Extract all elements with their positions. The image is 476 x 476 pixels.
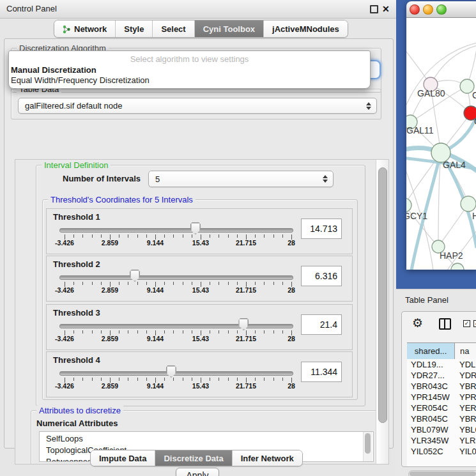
tab-network[interactable]: Network [54, 20, 116, 37]
slider-tick [210, 378, 210, 381]
control-panel-titlebar: Control Panel ✕ [0, 0, 396, 19]
slider-tick [137, 330, 138, 334]
apply-button[interactable]: Apply [176, 468, 219, 476]
algorithm-option-2[interactable]: Equal Width/Frequency Discretization [11, 75, 150, 85]
threshold-value-field[interactable] [301, 219, 342, 239]
tab-label: Impute Data [99, 454, 146, 463]
slider-tick [183, 282, 183, 285]
settings-scrollbar-thumb[interactable] [378, 167, 387, 423]
tab-select[interactable]: Select [153, 20, 194, 37]
node-label: GAL11 [406, 125, 434, 135]
numerical-attributes-label: Numerical Attributes [36, 418, 118, 428]
network-canvas[interactable]: GAL80GACGAL11GAL4GCY1HHAP2 [406, 18, 476, 270]
table-row[interactable]: YDL19...YDL1 [407, 359, 476, 370]
algorithm-popup-hint: Select algorithm to view settings [9, 54, 370, 64]
attributes-scrollbar[interactable] [363, 432, 372, 461]
network-view-window[interactable]: GAL80GACGAL11GAL4GCY1HHAP2 [406, 1, 476, 270]
gear-icon[interactable]: ⚙ [412, 316, 423, 330]
slider-track[interactable] [59, 371, 293, 376]
table-row[interactable]: YBL079WYBL0 [407, 424, 476, 435]
slider-tick [219, 330, 219, 334]
table-row[interactable]: YDR27...YDR2 [407, 370, 476, 381]
close-traffic-light-icon[interactable] [410, 4, 420, 15]
slider-tick [92, 378, 93, 381]
tab-label: Infer Network [241, 454, 294, 463]
network-window-titlebar [406, 1, 476, 18]
network-icon [63, 25, 71, 33]
tab-style[interactable]: Style [116, 20, 153, 37]
slider-thumb[interactable] [166, 365, 176, 378]
tab-impute-data[interactable]: Impute Data [91, 450, 155, 466]
settings-scrollbar[interactable] [376, 160, 388, 464]
threshold-label: Threshold 2 [53, 259, 100, 269]
threshold-value-field[interactable] [301, 266, 342, 286]
slider-tick [146, 378, 147, 381]
slider-tick [82, 282, 83, 285]
checkbox-icon[interactable]: ✓ [463, 320, 470, 327]
slider-thumb[interactable] [190, 222, 201, 234]
column-header-shared[interactable]: shared... [407, 343, 455, 359]
close-icon[interactable]: ✕ [382, 4, 390, 14]
column-header-name[interactable]: na [455, 343, 476, 359]
table-row[interactable]: YPR145WYPR1 [407, 392, 476, 403]
threshold-value-field[interactable] [301, 314, 342, 335]
cell-name: YER0 [459, 403, 476, 413]
node-label: HAP2 [440, 250, 463, 261]
node-label: GCY1 [406, 211, 427, 221]
table-row[interactable]: YBR043CYBR0 [407, 381, 476, 392]
slider-tick-label: 28 [275, 286, 307, 294]
cell-shared-name: YDR27... [411, 370, 445, 381]
slider-thumb[interactable] [130, 270, 140, 282]
tab-infer-network[interactable]: Infer Network [233, 450, 302, 466]
table-rows: YDL19...YDL1YDR27...YDR2YBR043CYBR0YPR14… [407, 359, 476, 466]
attribute-item[interactable]: SelfLoops [46, 433, 83, 445]
slider-tick-label: 15.43 [185, 382, 217, 390]
slider-tick [73, 330, 74, 334]
table-horizontal-scrollbar[interactable] [408, 470, 476, 476]
cell-shared-name: YLR345W [411, 435, 449, 446]
slider-track[interactable] [59, 228, 293, 233]
slider-tick [237, 282, 238, 285]
tab-cyni-toolbox[interactable]: Cyni Toolbox [195, 20, 264, 37]
table-row[interactable]: YER054CYER0 [407, 403, 476, 413]
table-row[interactable]: YBR045CYBR0 [407, 413, 476, 424]
tab-label: Discretize Data [164, 454, 223, 463]
number-of-intervals-combo[interactable]: 5 [148, 171, 334, 187]
table-data-combo-value: galFiltered.sif default node [25, 101, 122, 111]
tab-discretize-data[interactable]: Discretize Data [155, 450, 232, 466]
slider-tick [237, 378, 238, 381]
table-data-combo[interactable]: galFiltered.sif default node [18, 98, 377, 114]
threshold-panel-2: Threshold 2-3.4262.8599.14415.4321.71528 [46, 256, 353, 302]
combo-spinner-icon [323, 175, 328, 183]
slider-tick [210, 282, 210, 285]
network-node[interactable] [406, 198, 411, 212]
interval-definition-title: Interval Definition [42, 160, 111, 170]
checkbox-icon[interactable]: ✓ [473, 320, 476, 327]
table-row[interactable]: YLR345WYLR3 [407, 435, 476, 446]
slider-tick [128, 282, 128, 285]
slider-tick [173, 282, 174, 285]
slider-tick [255, 378, 256, 381]
algorithm-option-1[interactable]: Manual Discretization [11, 65, 96, 75]
slider-tick [101, 234, 102, 238]
slider-tick [273, 378, 274, 381]
network-node[interactable] [461, 196, 476, 211]
threshold-value-field[interactable] [301, 362, 342, 382]
tab-label: jActiveMNodules [272, 24, 339, 34]
zoom-traffic-light-icon[interactable] [436, 4, 447, 15]
table-row[interactable]: YIL052CYIL0 [407, 446, 476, 457]
minimize-traffic-light-icon[interactable] [423, 4, 433, 15]
cell-shared-name: YDL19... [411, 359, 443, 370]
slider-thumb[interactable] [238, 318, 249, 330]
split-columns-icon[interactable] [439, 318, 451, 330]
tab-jactivemnodules[interactable]: jActiveMNodules [264, 20, 348, 37]
slider-tick [119, 378, 119, 381]
slider-track[interactable] [59, 324, 293, 328]
slider-tick [255, 282, 256, 285]
float-window-icon[interactable] [370, 5, 378, 13]
slider-track[interactable] [59, 275, 293, 280]
slider-tick [219, 282, 219, 285]
slider-tick [101, 282, 102, 285]
cell-shared-name: YBL079W [411, 424, 449, 435]
slider-tick [82, 234, 83, 238]
